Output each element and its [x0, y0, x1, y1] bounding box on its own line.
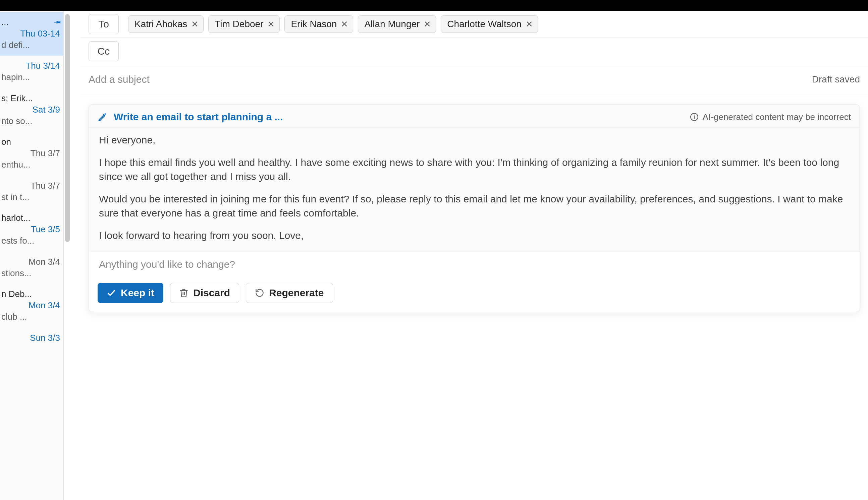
draft-paragraph: Hi everyone,	[99, 133, 849, 147]
remove-recipient-icon[interactable]: ✕	[341, 19, 348, 30]
mail-list-item[interactable]: Thu 3/14hapin...	[0, 56, 63, 88]
recipient-name: Erik Nason	[291, 19, 337, 30]
discard-button[interactable]: Discard	[170, 283, 239, 303]
remove-recipient-icon[interactable]: ✕	[424, 19, 431, 30]
mail-item-sender: s; Erik...	[1, 93, 62, 104]
mail-list-item[interactable]: s; Erik...Sat 3/9nto so...	[0, 88, 63, 132]
draft-status: Draft saved	[812, 74, 860, 85]
mail-item-date: Mon 3/4	[1, 257, 62, 268]
mail-item-snippet: stions...	[1, 268, 62, 279]
mail-item-sender: ...	[1, 17, 9, 28]
recipient-chip[interactable]: Katri Ahokas✕	[128, 15, 203, 33]
regenerate-label: Regenerate	[269, 287, 324, 299]
remove-recipient-icon[interactable]: ✕	[191, 19, 199, 30]
to-label: To	[98, 19, 109, 30]
mail-list-item[interactable]: Mon 3/4stions...	[0, 252, 63, 284]
mail-list-item[interactable]: onThu 3/7enthu...	[0, 132, 63, 175]
mail-item-date: Thu 3/14	[1, 60, 62, 72]
mail-item-snippet: nto so...	[1, 116, 62, 127]
mail-list-rail: ...Thu 03-14d defi...Thu 3/14hapin...s; …	[0, 11, 64, 500]
mail-item-sender: on	[1, 136, 62, 148]
pin-icon	[49, 15, 63, 30]
remove-recipient-icon[interactable]: ✕	[525, 19, 533, 30]
mail-list-item[interactable]: harlot...Tue 3/5ests fo...	[0, 208, 63, 251]
to-row: To Katri Ahokas✕Tim Deboer✕Erik Nason✕Al…	[80, 11, 868, 38]
draft-paragraph: I hope this email finds you well and hea…	[99, 156, 849, 183]
copilot-prompt[interactable]: Write an email to start planning a ...	[98, 111, 283, 123]
recipient-name: Tim Deboer	[215, 19, 263, 30]
draft-paragraph: Would you be interested in joining me fo…	[99, 192, 849, 220]
mail-item-date: Mon 3/4	[1, 300, 62, 311]
mail-list-item[interactable]: ...Thu 03-14d defi...	[0, 12, 63, 56]
copilot-body: Hi everyone, I hope this email finds you…	[89, 127, 860, 252]
to-recipient-strip[interactable]: Katri Ahokas✕Tim Deboer✕Erik Nason✕Allan…	[128, 14, 538, 33]
discard-label: Discard	[193, 287, 230, 299]
recipient-chip[interactable]: Erik Nason✕	[285, 15, 353, 33]
draft-paragraph: I look forward to hearing from you soon.…	[99, 229, 849, 242]
mail-list-scrollbar[interactable]	[64, 11, 71, 500]
mail-item-snippet: d defi...	[1, 39, 62, 51]
cc-button[interactable]: Cc	[89, 41, 119, 61]
subject-input[interactable]: Add a subject	[89, 74, 149, 85]
to-button[interactable]: To	[89, 14, 119, 34]
copilot-header: Write an email to start planning a ... A…	[89, 104, 860, 127]
mail-item-date: Thu 3/7	[1, 180, 62, 192]
svg-point-2	[693, 115, 694, 116]
copilot-actions: Keep it Discard	[89, 277, 860, 312]
mail-item-snippet: enthu...	[1, 159, 62, 171]
copilot-prompt-text: Write an email to start planning a ...	[114, 111, 283, 123]
copilot-draft-card: Write an email to start planning a ... A…	[89, 104, 860, 312]
check-icon	[107, 288, 116, 298]
keep-it-label: Keep it	[121, 287, 154, 299]
mail-item-sender: n Deb...	[1, 288, 62, 300]
window-top-blackbar	[0, 0, 868, 11]
recipient-chip[interactable]: Tim Deboer✕	[208, 15, 280, 33]
copilot-pen-icon	[98, 112, 108, 122]
scrollbar-thumb[interactable]	[65, 14, 70, 242]
cc-label: Cc	[98, 46, 110, 57]
regenerate-icon	[255, 288, 264, 298]
cc-row: Cc	[80, 38, 868, 65]
trash-icon	[179, 288, 189, 298]
mail-item-sender: harlot...	[1, 213, 62, 224]
mail-list-item[interactable]: Thu 3/7st in t...	[0, 175, 63, 208]
info-icon	[690, 113, 699, 121]
regenerate-button[interactable]: Regenerate	[246, 283, 333, 303]
copilot-disclaimer-text: AI-generated content may be incorrect	[703, 112, 851, 122]
mail-item-date: Sat 3/9	[1, 104, 62, 116]
mail-item-snippet: st in t...	[1, 192, 62, 203]
recipient-name: Charlotte Waltson	[447, 19, 522, 30]
mail-item-date: Tue 3/5	[1, 224, 62, 235]
refine-placeholder: Anything you'd like to change?	[99, 259, 235, 270]
mail-list-item[interactable]: Sun 3/3	[0, 328, 63, 349]
recipient-chip[interactable]: Charlotte Waltson✕	[441, 15, 538, 33]
mail-list-item[interactable]: n Deb...Mon 3/4club ...	[0, 284, 63, 327]
copilot-disclaimer: AI-generated content may be incorrect	[690, 112, 851, 122]
mail-item-snippet: ests fo...	[1, 235, 62, 247]
mail-item-snippet: hapin...	[1, 72, 62, 83]
mail-item-snippet: club ...	[1, 311, 62, 323]
mail-item-date: Sun 3/3	[1, 332, 62, 344]
recipient-name: Katri Ahokas	[134, 19, 187, 30]
mail-item-date: Thu 03-14	[1, 28, 62, 39]
recipient-name: Allan Munger	[364, 19, 420, 30]
subject-row[interactable]: Add a subject Draft saved	[80, 65, 868, 94]
mail-item-date: Thu 3/7	[1, 148, 62, 159]
recipient-chip[interactable]: Allan Munger✕	[358, 15, 436, 33]
compose-pane: To Katri Ahokas✕Tim Deboer✕Erik Nason✕Al…	[80, 11, 868, 500]
keep-it-button[interactable]: Keep it	[98, 283, 163, 303]
remove-recipient-icon[interactable]: ✕	[267, 19, 275, 30]
copilot-refine-input[interactable]: Anything you'd like to change?	[89, 252, 860, 277]
